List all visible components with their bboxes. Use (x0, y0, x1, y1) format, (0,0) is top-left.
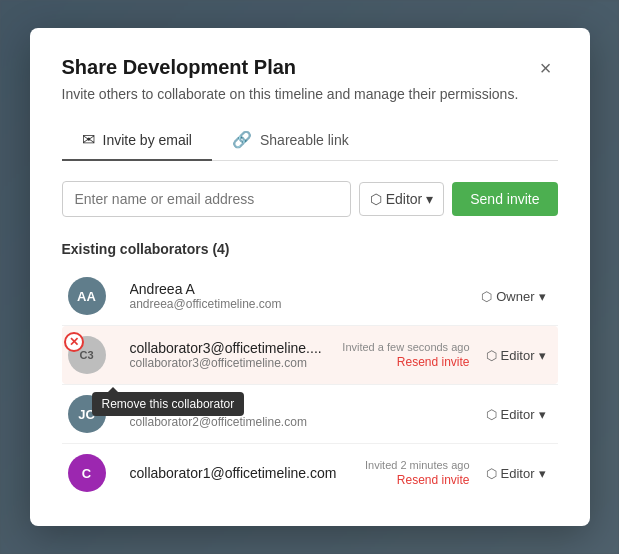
editor-label-c1: Editor (501, 466, 535, 481)
collaborator-info-c3: collaborator3@officetimeline.... collabo… (130, 340, 343, 370)
tab-email-label: Invite by email (103, 132, 192, 148)
modal-title: Share Development Plan (62, 56, 297, 79)
collaborator-item-highlighted: C3 ✕ collaborator3@officetimeline.... co… (62, 326, 558, 384)
role-label: Editor (386, 191, 423, 207)
email-tab-icon: ✉ (82, 130, 95, 149)
invited-time-c1: Invited 2 minutes ago (365, 459, 470, 471)
collaborator-email-jc: collaborator2@officetimeline.com (130, 415, 480, 429)
avatar-wrapper-c1: C (68, 454, 118, 492)
role-selector[interactable]: ⬡ Editor ▾ (359, 182, 445, 216)
owner-role-badge[interactable]: ⬡ Owner ▾ (475, 285, 551, 308)
email-input[interactable] (62, 181, 351, 217)
invited-time-c3: Invited a few seconds ago (342, 341, 469, 353)
avatar-initials-c3: C3 (79, 349, 93, 361)
collaborator-name: Andreea A (130, 281, 476, 297)
editor-chevron-jc: ▾ (539, 407, 546, 422)
editor-icon-c1: ⬡ (486, 466, 497, 481)
remove-collaborator-button[interactable]: ✕ (64, 332, 84, 352)
remove-tooltip: Remove this collaborator (92, 392, 245, 416)
tabs-container: ✉ Invite by email 🔗 Shareable link (62, 120, 558, 161)
collaborator-meta-c1: Invited 2 minutes ago Resend invite (365, 459, 470, 487)
collaborator-item: AA Andreea A andreea@officetimeline.com … (62, 267, 558, 325)
owner-icon: ⬡ (481, 289, 492, 304)
avatar: AA (68, 277, 106, 315)
collaborator-list: AA Andreea A andreea@officetimeline.com … (62, 267, 558, 502)
avatar-c1: C (68, 454, 106, 492)
collaborators-section-title: Existing collaborators (4) (62, 241, 558, 257)
resend-invite-c3[interactable]: Resend invite (397, 355, 470, 369)
avatar-initials-c1: C (82, 466, 91, 481)
tab-link-label: Shareable link (260, 132, 349, 148)
close-button[interactable]: × (534, 56, 558, 80)
tab-invite-email[interactable]: ✉ Invite by email (62, 120, 212, 161)
editor-chevron-c3: ▾ (539, 348, 546, 363)
send-invite-button[interactable]: Send invite (452, 182, 557, 216)
collaborator-info: Andreea A andreea@officetimeline.com (130, 281, 476, 311)
owner-label: Owner (496, 289, 534, 304)
editor-role-badge-jc[interactable]: ⬡ Editor ▾ (480, 403, 552, 426)
collaborator-item-c1: C collaborator1@officetimeline.com Invit… (62, 444, 558, 502)
role-edit-icon: ⬡ (370, 191, 382, 207)
avatar-wrapper: AA (68, 277, 118, 315)
modal-header: Share Development Plan × (62, 56, 558, 80)
role-chevron-icon: ▾ (426, 191, 433, 207)
collaborator-name-c1: collaborator1@officetimeline.com (130, 465, 365, 481)
editor-role-badge-c1[interactable]: ⬡ Editor ▾ (480, 462, 552, 485)
collaborator-name-c3: collaborator3@officetimeline.... (130, 340, 343, 356)
invite-row: ⬡ Editor ▾ Send invite (62, 181, 558, 217)
editor-label-c3: Editor (501, 348, 535, 363)
editor-icon-jc: ⬡ (486, 407, 497, 422)
avatar-wrapper-c3: C3 ✕ (68, 336, 118, 374)
modal-subtitle: Invite others to collaborate on this tim… (62, 86, 558, 102)
link-tab-icon: 🔗 (232, 130, 252, 149)
share-modal: Share Development Plan × Invite others t… (30, 28, 590, 526)
resend-invite-c1[interactable]: Resend invite (397, 473, 470, 487)
avatar-initials: AA (77, 289, 96, 304)
collaborator-email-c3: collaborator3@officetimeline.com (130, 356, 343, 370)
collaborator-meta-c3: Invited a few seconds ago Resend invite (342, 341, 469, 369)
editor-label-jc: Editor (501, 407, 535, 422)
collaborator-email: andreea@officetimeline.com (130, 297, 476, 311)
collaborator-info-c1: collaborator1@officetimeline.com (130, 465, 365, 481)
editor-icon-c3: ⬡ (486, 348, 497, 363)
editor-role-badge-c3[interactable]: ⬡ Editor ▾ (480, 344, 552, 367)
tab-shareable-link[interactable]: 🔗 Shareable link (212, 120, 369, 161)
owner-chevron-icon: ▾ (539, 289, 546, 304)
editor-chevron-c1: ▾ (539, 466, 546, 481)
